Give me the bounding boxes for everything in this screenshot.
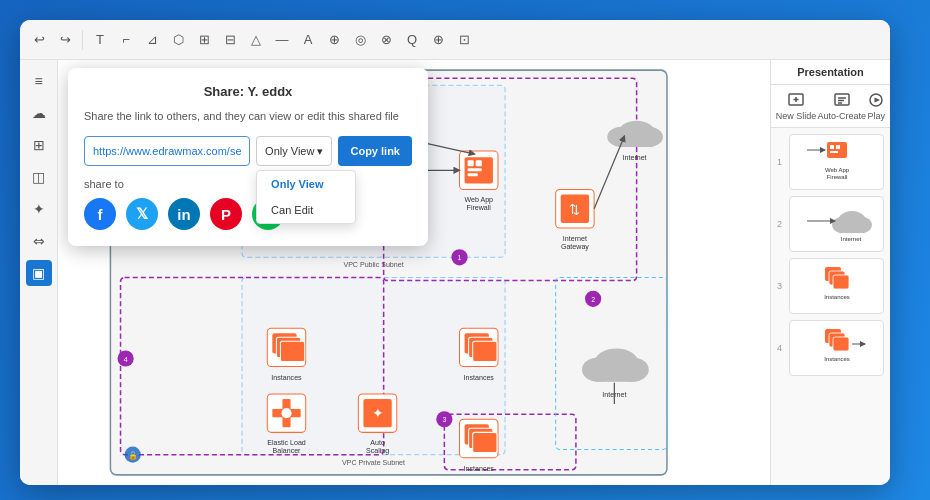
share-link-row: Only View ▾ Only View Can Edit Copy link	[84, 136, 412, 166]
text-icon[interactable]: T	[89, 29, 111, 51]
slide-thumb-4[interactable]: Instances	[789, 320, 884, 376]
copy-link-button[interactable]: Copy link	[338, 136, 412, 166]
stroke-icon[interactable]: ◎	[349, 29, 371, 51]
svg-text:Instances: Instances	[271, 374, 302, 382]
svg-text:3: 3	[442, 416, 446, 424]
svg-text:Gateway: Gateway	[561, 243, 589, 251]
permission-wrapper: Only View ▾ Only View Can Edit	[256, 136, 332, 166]
right-panel: Presentation New Slide	[770, 60, 890, 485]
svg-text:Instances: Instances	[464, 465, 495, 473]
svg-rect-100	[833, 337, 849, 351]
left-star-icon[interactable]: ✦	[26, 196, 52, 222]
play-label: Play	[868, 111, 886, 121]
fit-icon[interactable]: ⊕	[427, 29, 449, 51]
share-url-input[interactable]	[84, 136, 250, 166]
right-panel-toolbar: New Slide Auto-Create	[771, 85, 890, 128]
slide-thumb-3[interactable]: Instances	[789, 258, 884, 314]
instances-2-node[interactable]: Instances	[460, 328, 498, 382]
slide-item-4[interactable]: 4 Instances	[777, 320, 884, 376]
fill-icon[interactable]: ⊕	[323, 29, 345, 51]
svg-rect-66	[595, 370, 635, 382]
linkedin-share-icon[interactable]: in	[168, 198, 200, 230]
svg-text:Balancer: Balancer	[273, 447, 302, 455]
pinterest-share-icon[interactable]: P	[210, 198, 242, 230]
minus-icon[interactable]: ⊟	[219, 29, 241, 51]
svg-text:Scaling: Scaling	[366, 447, 389, 455]
left-cloud-icon[interactable]: ☁	[26, 100, 52, 126]
svg-text:Internet: Internet	[840, 236, 861, 242]
new-slide-label: New Slide	[776, 111, 817, 121]
permission-option-view[interactable]: Only View	[257, 171, 355, 197]
slide-number-4: 4	[777, 343, 785, 353]
svg-text:Firewall: Firewall	[826, 174, 847, 180]
svg-text:Web App: Web App	[824, 167, 849, 173]
effect-icon[interactable]: ⊗	[375, 29, 397, 51]
slide-item-2[interactable]: 2 Internet	[777, 196, 884, 252]
line-icon[interactable]: —	[271, 29, 293, 51]
instances-3-node[interactable]: Instances	[460, 419, 498, 473]
new-slide-icon	[787, 91, 805, 109]
connector-icon[interactable]: ⌐	[115, 29, 137, 51]
font-icon[interactable]: A	[297, 29, 319, 51]
table-icon[interactable]: ⊞	[193, 29, 215, 51]
play-icon	[867, 91, 885, 109]
slide-number-3: 3	[777, 281, 785, 291]
share-to-label: share to	[84, 178, 412, 190]
left-presentation-icon[interactable]: ▣	[26, 260, 52, 286]
svg-rect-22	[476, 160, 482, 166]
permission-dropdown: Only View Can Edit	[256, 170, 356, 224]
diagram-canvas[interactable]: VPC VPC Public Subnet VPC Private Subnet…	[58, 60, 770, 485]
twitter-share-icon[interactable]: 𝕏	[126, 198, 158, 230]
facebook-share-icon[interactable]: f	[84, 198, 116, 230]
slide-item-1[interactable]: 1 Web App Firewall	[777, 134, 884, 190]
undo-icon[interactable]: ↩	[28, 29, 50, 51]
svg-rect-82	[830, 145, 834, 149]
share-dialog: Share: Y. eddx Share the link to others,…	[68, 68, 428, 246]
svg-rect-23	[468, 168, 482, 171]
triangle-icon[interactable]: △	[245, 29, 267, 51]
left-menu-icon[interactable]: ≡	[26, 68, 52, 94]
slide-thumb-2[interactable]: Internet	[789, 196, 884, 252]
svg-text:✦: ✦	[372, 405, 384, 421]
arrow-icon[interactable]: ⊿	[141, 29, 163, 51]
left-panel: ≡ ☁ ⊞ ◫ ✦ ⇔ ▣	[20, 60, 58, 485]
svg-text:Instances: Instances	[464, 374, 495, 382]
svg-text:⇅: ⇅	[569, 202, 580, 217]
instances-1-node[interactable]: Instances	[267, 328, 305, 382]
grid-icon[interactable]: ⊡	[453, 29, 475, 51]
slide-item-3[interactable]: 3 Instances	[777, 258, 884, 314]
svg-text:Internet: Internet	[563, 235, 587, 243]
left-layers-icon[interactable]: ◫	[26, 164, 52, 190]
slide-number-1: 1	[777, 157, 785, 167]
svg-rect-41	[280, 341, 304, 361]
left-swap-icon[interactable]: ⇔	[26, 228, 52, 254]
waf-right-node[interactable]: Web App Firewall	[460, 151, 498, 212]
content-area: ≡ ☁ ⊞ ◫ ✦ ⇔ ▣	[20, 60, 890, 485]
permission-option-edit[interactable]: Can Edit	[257, 197, 355, 223]
share-dialog-title: Share: Y. eddx	[84, 84, 412, 99]
svg-text:Instances: Instances	[824, 356, 850, 362]
permission-dropdown-btn[interactable]: Only View ▾	[256, 136, 332, 166]
svg-text:Web App: Web App	[464, 196, 493, 204]
slide-thumb-1[interactable]: Web App Firewall	[789, 134, 884, 190]
auto-create-tool[interactable]: Auto-Create	[818, 91, 867, 121]
right-panel-title: Presentation	[771, 60, 890, 85]
new-slide-tool[interactable]: New Slide	[776, 91, 817, 121]
elb-left-node[interactable]: Elastic Load Balancer	[267, 394, 306, 455]
svg-text:Instances: Instances	[824, 294, 850, 300]
toolbar-separator-1	[82, 30, 83, 50]
shape-icon[interactable]: ⬡	[167, 29, 189, 51]
zoom-icon[interactable]: Q	[401, 29, 423, 51]
svg-rect-96	[833, 275, 849, 289]
redo-icon[interactable]: ↪	[54, 29, 76, 51]
slide-list: 1 Web App Firewall	[771, 128, 890, 485]
svg-text:Internet: Internet	[623, 154, 647, 162]
svg-rect-51	[473, 432, 497, 452]
left-shapes-icon[interactable]: ⊞	[26, 132, 52, 158]
svg-point-30	[281, 408, 291, 418]
svg-text:2: 2	[591, 296, 595, 304]
svg-rect-24	[468, 173, 478, 176]
play-tool[interactable]: Play	[867, 91, 885, 121]
svg-rect-91	[839, 225, 865, 233]
svg-rect-83	[836, 145, 840, 149]
